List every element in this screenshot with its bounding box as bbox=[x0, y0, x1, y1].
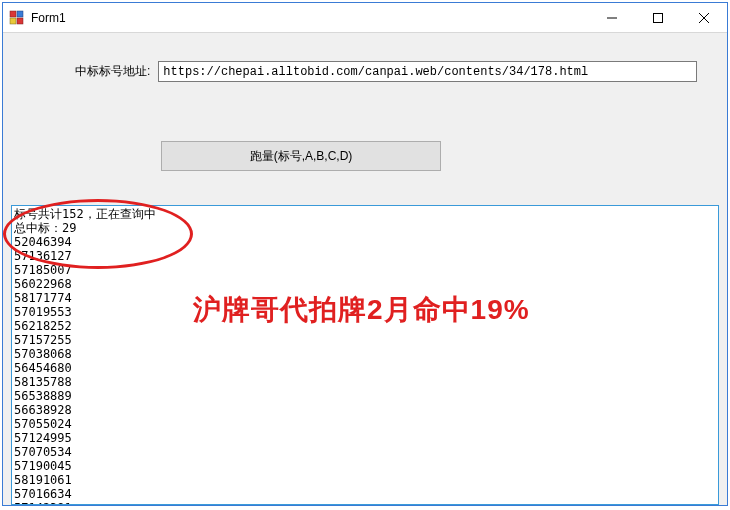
app-window: Form1 中标标号地址: 跑量(标号,A,B,C,D) 标号共计152，正在查… bbox=[2, 2, 728, 506]
window-title: Form1 bbox=[31, 11, 589, 25]
client-area: 中标标号地址: 跑量(标号,A,B,C,D) 标号共计152，正在查询中 总中标… bbox=[3, 33, 727, 505]
minimize-button[interactable] bbox=[589, 3, 635, 32]
window-buttons bbox=[589, 3, 727, 32]
svg-rect-1 bbox=[17, 11, 23, 17]
app-icon bbox=[9, 10, 25, 26]
url-label: 中标标号地址: bbox=[75, 63, 150, 80]
url-input[interactable] bbox=[158, 61, 697, 82]
close-button[interactable] bbox=[681, 3, 727, 32]
titlebar: Form1 bbox=[3, 3, 727, 33]
run-button-label: 跑量(标号,A,B,C,D) bbox=[250, 148, 353, 165]
maximize-button[interactable] bbox=[635, 3, 681, 32]
svg-rect-2 bbox=[10, 18, 16, 24]
svg-rect-3 bbox=[17, 18, 23, 24]
svg-rect-5 bbox=[654, 13, 663, 22]
results-listbox[interactable]: 标号共计152，正在查询中 总中标：29 52046394 57136127 5… bbox=[11, 205, 719, 505]
url-row: 中标标号地址: bbox=[75, 61, 697, 82]
run-button[interactable]: 跑量(标号,A,B,C,D) bbox=[161, 141, 441, 171]
svg-rect-0 bbox=[10, 11, 16, 17]
